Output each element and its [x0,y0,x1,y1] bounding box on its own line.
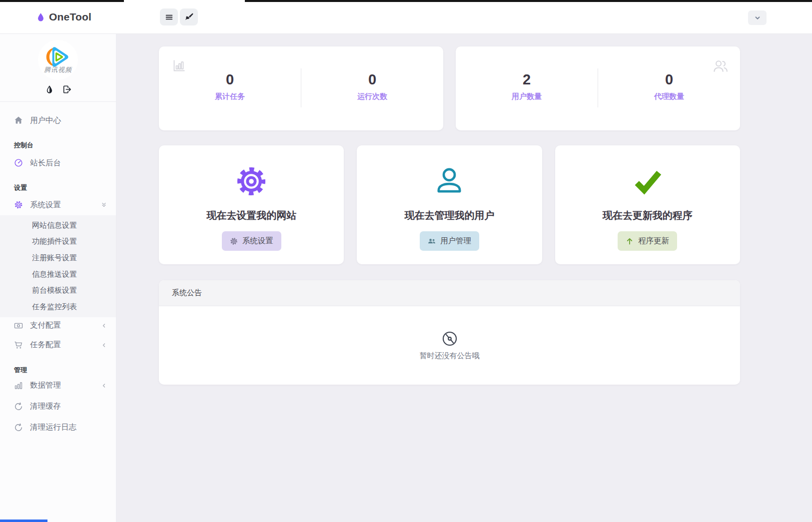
stats-card-tasks: 0 累计任务 0 运行次数 [159,46,443,130]
program-update-button[interactable]: 程序更新 [618,231,677,251]
sidebar-item-label: 清理运行日志 [30,422,76,433]
arrow-clockwise-icon [14,402,23,411]
people-icon [712,58,729,74]
sidebar: 腾讯视频 用户中心 控制台 站长后台 设置 系统设置 [0,34,116,522]
stat-label: 用户数量 [512,92,542,101]
main-content: 0 累计任务 0 运行次数 2 [116,34,812,522]
gear-icon [230,237,238,245]
stat-label: 代理数量 [654,92,684,101]
sidebar-item-data-manage[interactable]: 数据管理 [0,377,116,394]
brand: OneTool [36,0,91,34]
sidebar-item-label: 支付配置 [30,320,61,331]
chevron-left-icon [101,323,107,329]
cart-icon [14,341,23,350]
action-card-program-update: 现在去更新我的程序 程序更新 [555,145,740,264]
sidebar-item-label: 站长后台 [30,158,61,168]
stat-run-count: 0 运行次数 [301,72,443,107]
house-icon [14,116,23,125]
action-title: 现在去管理我的用户 [404,209,494,222]
button-label: 程序更新 [638,236,669,246]
header: OneTool [0,0,812,34]
sidebar-section-manage: 管理 [0,366,116,375]
sidebar-item-system-settings[interactable]: 系统设置 [0,196,116,213]
announcement-panel: 系统公告 暂时还没有公告哦 [159,280,740,385]
hamburger-icon [165,13,173,21]
stat-label: 运行次数 [357,92,387,101]
cash-icon [14,321,23,330]
chevrons-down-icon [101,202,107,208]
stat-value: 2 [523,72,531,87]
system-settings-button[interactable]: 系统设置 [222,231,281,251]
gear-icon [14,200,23,209]
action-title: 现在去更新我的程序 [603,209,693,222]
stat-user-count: 2 用户数量 [456,72,598,107]
progress-bar-segment [0,0,124,2]
bar-chart-icon [14,381,23,390]
sign-out-icon[interactable] [62,85,71,94]
sidebar-item-label: 清理缓存 [30,401,61,412]
divider [0,101,116,102]
action-title: 现在去设置我的网站 [206,209,296,222]
system-settings-submenu: 网站信息设置 功能插件设置 注册账号设置 信息推送设置 前台模板设置 任务监控列… [0,215,116,317]
sidebar-item-clear-logs[interactable]: 清理运行日志 [0,419,116,436]
arrow-up-icon [626,237,634,245]
action-card-user-manage: 现在去管理我的用户 用户管理 [357,145,542,264]
theme-brush-button[interactable] [180,8,198,25]
stat-agent-count: 0 代理数量 [598,72,740,107]
slash-circle-icon [441,330,458,347]
announcement-header: 系统公告 [159,280,740,306]
sidebar-item-webmaster[interactable]: 站长后台 [0,154,116,171]
speedometer-icon [14,158,23,167]
announcement-body: 暂时还没有公告哦 [159,306,740,384]
bar-chart-axis-icon [172,58,186,72]
announcement-empty-text: 暂时还没有公告哦 [420,351,480,361]
droplet-logo-icon [36,12,45,22]
sidebar-item-label: 任务配置 [30,340,61,350]
sidebar-item-payment[interactable]: 支付配置 [0,317,116,334]
submenu-item-site-info[interactable]: 网站信息设置 [0,217,116,234]
sidebar-toggle-button[interactable] [160,8,178,25]
sidebar-item-user-center[interactable]: 用户中心 [0,112,116,129]
gear-icon [235,165,268,198]
avatar[interactable]: 腾讯视频 [38,40,78,80]
sidebar-item-label: 数据管理 [30,380,61,391]
sidebar-item-label: 用户中心 [30,115,61,126]
stats-card-users: 2 用户数量 0 代理数量 [456,46,740,130]
bottom-scroll-indicator [0,520,47,522]
sidebar-item-task-config[interactable]: 任务配置 [0,337,116,354]
sidebar-section-console: 控制台 [0,141,116,150]
droplet-icon[interactable] [45,85,54,94]
sidebar-section-settings: 设置 [0,183,116,192]
action-card-site-settings: 现在去设置我的网站 系统设置 [159,145,344,264]
chevron-left-icon [101,342,107,348]
chevron-down-icon [754,14,761,21]
submenu-item-plugins[interactable]: 功能插件设置 [0,234,116,250]
chevron-left-icon [101,383,107,389]
person-icon [433,165,466,198]
avatar-caption: 腾讯视频 [38,65,78,74]
arrow-clockwise-icon [14,423,23,432]
stat-total-tasks: 0 累计任务 [159,72,301,107]
brand-name: OneTool [49,11,91,23]
stat-value: 0 [665,72,673,87]
sidebar-item-label: 系统设置 [30,200,61,210]
admin-dashboard: OneTool 腾讯视频 [0,0,812,522]
account-dropdown-button[interactable] [748,10,767,25]
sidebar-item-clear-cache[interactable]: 清理缓存 [0,398,116,415]
button-label: 系统设置 [242,236,273,246]
user-manage-button[interactable]: 用户管理 [420,231,479,251]
button-label: 用户管理 [440,236,471,246]
stat-value: 0 [368,72,376,87]
brush-icon [185,13,193,21]
submenu-item-push[interactable]: 信息推送设置 [0,266,116,283]
submenu-item-template[interactable]: 前台模板设置 [0,282,116,299]
progress-bar-segment [245,0,812,2]
submenu-item-task-monitor[interactable]: 任务监控列表 [0,299,116,315]
stat-value: 0 [226,72,234,87]
submenu-item-register[interactable]: 注册账号设置 [0,250,116,266]
sidebar-nav: 用户中心 控制台 站长后台 设置 系统设置 网站信息设置 功能插件设置 注册账号… [0,112,116,436]
check-icon [631,165,664,198]
people-fill-icon [428,237,436,245]
stat-label: 累计任务 [215,92,245,101]
